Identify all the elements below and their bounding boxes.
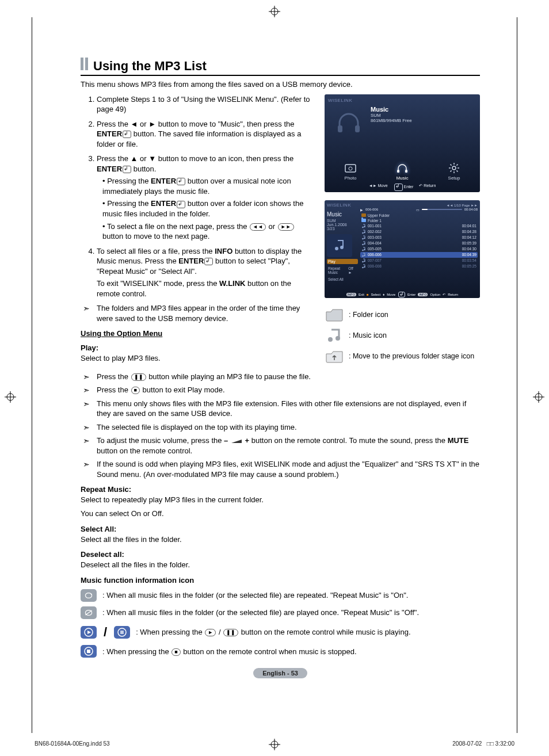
list-item[interactable]: 007-00700:03:54 xyxy=(360,258,478,264)
music-note-icon xyxy=(361,258,366,263)
stop-button-icon: ■ xyxy=(171,648,180,656)
func-desc: : When all music files in the folder (or… xyxy=(102,590,408,601)
wiselink-screen-list: WISELINK Music SUM Jun.1.2008 3/23 Play … xyxy=(325,200,480,298)
repeat-on-icon xyxy=(81,589,97,602)
option-selectall[interactable]: Select All xyxy=(327,277,358,282)
page-title: Using the MP3 List xyxy=(93,59,207,74)
print-footer: BN68-01684A-00Eng.indd 53 2008-07-02 □□ … xyxy=(35,740,514,747)
list-item[interactable]: 005-00500:04:30 xyxy=(360,246,478,252)
list-item[interactable]: 003-00300:04:12 xyxy=(360,235,478,240)
svg-point-30 xyxy=(364,226,365,227)
page-footer-pill: English - 53 xyxy=(81,668,480,678)
brand-label: WISELINK xyxy=(328,98,476,103)
func-heading: Music function information icon xyxy=(81,576,480,585)
intro-text: This menu shows MP3 files from among the… xyxy=(81,79,480,90)
title-bars-icon xyxy=(81,58,90,70)
enter-icon xyxy=(204,258,213,265)
svg-point-34 xyxy=(364,237,365,239)
svg-rect-51 xyxy=(123,631,124,634)
func-desc: : When pressing the ► / ❚❚ button on the… xyxy=(136,627,410,637)
note-line: To adjust the music volume, press the – … xyxy=(81,436,480,456)
forward-button-icon: ►► xyxy=(278,223,294,231)
svg-point-35 xyxy=(362,243,364,245)
option-play[interactable]: Play xyxy=(327,259,358,264)
repeat-label: Repeat Music: xyxy=(81,485,480,494)
func-desc: : When pressing the ■ button on the remo… xyxy=(102,647,357,657)
legend: : Folder icon : Music icon : Move to the… xyxy=(325,306,480,365)
step-2: Press the ◄ or ► button to move to "Musi… xyxy=(97,119,315,150)
headphones-icon xyxy=(396,162,409,174)
svg-point-41 xyxy=(362,261,364,262)
music-note-icon xyxy=(361,247,366,251)
enter-icon xyxy=(177,178,185,185)
music-note-icon xyxy=(361,224,366,228)
tab-photo[interactable]: Photo xyxy=(333,162,368,181)
hint-enter: Enter xyxy=(394,184,414,191)
note-line: The selected file is displayed on the to… xyxy=(81,422,480,433)
svg-point-32 xyxy=(364,231,365,233)
list-item[interactable]: 006-00600:04:39 xyxy=(360,252,478,258)
svg-point-49 xyxy=(118,628,126,636)
registration-mark-icon xyxy=(533,391,544,403)
svg-point-27 xyxy=(335,247,338,250)
svg-point-18 xyxy=(452,166,456,170)
play-desc: Select to play MP3 files. xyxy=(81,353,315,364)
volume-wedge-icon xyxy=(231,440,242,443)
list-item[interactable]: 008-00800:05:25 xyxy=(360,264,478,269)
music-label: Music xyxy=(327,211,358,217)
note-line: If the sound is odd when playing MP3 fil… xyxy=(81,459,480,479)
stop-button-icon: ■ xyxy=(131,387,140,394)
list-item[interactable]: Upper Folder xyxy=(360,213,478,218)
svg-point-42 xyxy=(364,260,365,262)
hint-return: ↶ Return xyxy=(419,184,436,191)
list-item[interactable]: 001-00100:04:01 xyxy=(360,223,478,229)
wiselink-screen-main: WISELINK Music SUM 861MB/994MB Free xyxy=(325,94,480,192)
svg-point-46 xyxy=(336,336,340,341)
photo-icon xyxy=(344,162,357,174)
func-desc: : When all music files in the folder (or… xyxy=(102,608,419,618)
margin-line-right xyxy=(517,17,517,733)
up-folder-icon xyxy=(325,348,344,365)
enter-icon xyxy=(123,166,131,173)
svg-line-26 xyxy=(456,164,458,165)
note-line: The folders and MP3 files appear in the … xyxy=(81,303,315,323)
svg-rect-16 xyxy=(397,170,399,173)
svg-point-40 xyxy=(364,254,365,256)
svg-point-36 xyxy=(364,243,365,245)
list-item[interactable]: 004-00400:05:39 xyxy=(360,240,478,246)
pause-button-icon: ❚❚ xyxy=(131,373,146,381)
svg-rect-17 xyxy=(405,170,407,173)
music-note-icon xyxy=(327,234,352,257)
svg-point-28 xyxy=(340,246,344,249)
headphones-icon xyxy=(335,109,363,137)
music-note-icon xyxy=(361,264,366,269)
step-3-bullet: Pressing the ENTER button over a musical… xyxy=(102,176,315,196)
svg-rect-50 xyxy=(121,631,122,634)
registration-mark-icon xyxy=(5,391,16,403)
svg-point-15 xyxy=(349,167,352,170)
step-4: To select all files or a file, press the… xyxy=(97,246,315,299)
svg-point-29 xyxy=(362,226,364,228)
list-item[interactable]: 002-00200:04:28 xyxy=(360,229,478,235)
list-item[interactable]: Folder 1 xyxy=(360,218,478,223)
svg-line-25 xyxy=(451,170,452,171)
note-line: Press the ❚❚ button while playing an MP3… xyxy=(81,372,480,382)
svg-rect-53 xyxy=(87,650,90,653)
svg-rect-14 xyxy=(345,165,356,172)
music-note-icon xyxy=(361,253,366,257)
music-note-icon xyxy=(361,235,366,240)
tab-setup[interactable]: Setup xyxy=(437,162,471,181)
margin-line-left xyxy=(32,17,32,733)
folder-icon xyxy=(325,306,344,323)
step-3: Press the ▲ or ▼ button to move to an ic… xyxy=(97,154,315,241)
svg-line-23 xyxy=(451,164,452,165)
gear-icon xyxy=(448,162,460,174)
tab-music[interactable]: Music xyxy=(385,162,420,181)
music-title: Music xyxy=(371,106,412,113)
svg-point-45 xyxy=(328,337,333,342)
progress-bar xyxy=(422,209,462,210)
music-note-icon xyxy=(325,327,344,344)
option-repeat[interactable]: Repeat MusicOff ► xyxy=(327,266,358,275)
svg-point-37 xyxy=(362,249,364,251)
svg-point-39 xyxy=(362,255,364,257)
